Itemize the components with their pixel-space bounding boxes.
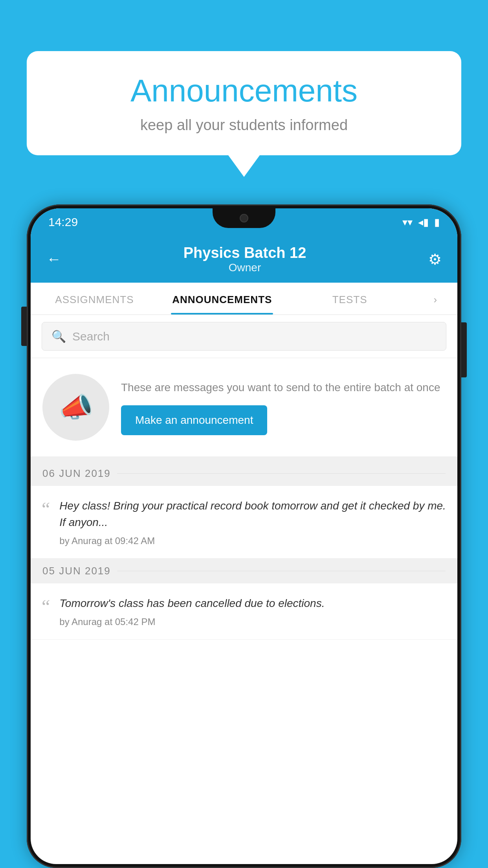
phone-outer: 14:29 ▾▾ ◂▮ ▮ ← Physics Batch 12 Owner ⚙ xyxy=(27,204,461,868)
announcement-message-1: Hey class! Bring your practical record b… xyxy=(59,498,446,531)
announcement-text-2: Tomorrow's class has been cancelled due … xyxy=(59,595,325,627)
megaphone-icon: 📣 xyxy=(59,391,93,423)
tabs-bar: ASSIGNMENTS ANNOUNCEMENTS TESTS › xyxy=(31,283,457,315)
speech-bubble-arrow xyxy=(228,155,260,177)
announcement-meta-1: by Anurag at 09:42 AM xyxy=(59,535,446,546)
user-role: Owner xyxy=(183,261,306,274)
tab-more[interactable]: › xyxy=(414,283,457,314)
tab-announcements[interactable]: ANNOUNCEMENTS xyxy=(158,283,286,314)
promo-icon-circle: 📣 xyxy=(42,374,109,441)
signal-icon: ◂▮ xyxy=(418,216,429,228)
search-container: 🔍 Search xyxy=(31,315,457,358)
date-line-1 xyxy=(117,473,446,474)
status-bar: 14:29 ▾▾ ◂▮ ▮ xyxy=(31,208,457,236)
date-label-2: 05 JUN 2019 xyxy=(42,565,111,577)
announcement-meta-2: by Anurag at 05:42 PM xyxy=(59,616,325,627)
date-divider-2: 05 JUN 2019 xyxy=(31,559,457,583)
announcements-title: Announcements xyxy=(50,73,438,109)
status-time: 14:29 xyxy=(48,215,78,229)
speech-bubble-section: Announcements keep all your students inf… xyxy=(27,51,461,177)
front-camera xyxy=(240,214,248,223)
promo-description: These are messages you want to send to t… xyxy=(121,379,446,396)
tab-tests[interactable]: TESTS xyxy=(286,283,414,314)
make-announcement-button[interactable]: Make an announcement xyxy=(121,405,267,435)
announcement-item-2[interactable]: “ Tomorrow's class has been cancelled du… xyxy=(31,583,457,640)
phone-screen: 14:29 ▾▾ ◂▮ ▮ ← Physics Batch 12 Owner ⚙ xyxy=(31,208,457,864)
settings-icon[interactable]: ⚙ xyxy=(428,251,442,268)
date-label-1: 06 JUN 2019 xyxy=(42,467,111,480)
wifi-icon: ▾▾ xyxy=(402,216,413,228)
announcement-message-2: Tomorrow's class has been cancelled due … xyxy=(59,595,325,612)
tab-assignments[interactable]: ASSIGNMENTS xyxy=(31,283,158,314)
quote-icon-1: “ xyxy=(42,500,50,519)
app-header: ← Physics Batch 12 Owner ⚙ xyxy=(31,236,457,283)
date-line-2 xyxy=(117,571,446,571)
search-bar[interactable]: 🔍 Search xyxy=(42,322,446,351)
announcement-item-1[interactable]: “ Hey class! Bring your practical record… xyxy=(31,486,457,559)
status-icons: ▾▾ ◂▮ ▮ xyxy=(402,216,440,228)
date-divider-1: 06 JUN 2019 xyxy=(31,461,457,486)
announcement-text-1: Hey class! Bring your practical record b… xyxy=(59,498,446,546)
search-placeholder: Search xyxy=(72,330,110,343)
quote-icon-2: “ xyxy=(42,597,50,616)
announcements-subtitle: keep all your students informed xyxy=(50,117,438,134)
phone-notch xyxy=(213,208,275,228)
announcement-promo: 📣 These are messages you want to send to… xyxy=(31,358,457,461)
back-button[interactable]: ← xyxy=(46,251,61,268)
search-icon: 🔍 xyxy=(51,329,66,343)
battery-icon: ▮ xyxy=(434,216,440,228)
header-title-group: Physics Batch 12 Owner xyxy=(183,245,306,274)
phone-mockup: 14:29 ▾▾ ◂▮ ▮ ← Physics Batch 12 Owner ⚙ xyxy=(27,204,461,868)
speech-bubble-card: Announcements keep all your students inf… xyxy=(27,51,461,155)
batch-name: Physics Batch 12 xyxy=(183,245,306,261)
promo-text-area: These are messages you want to send to t… xyxy=(121,379,446,435)
